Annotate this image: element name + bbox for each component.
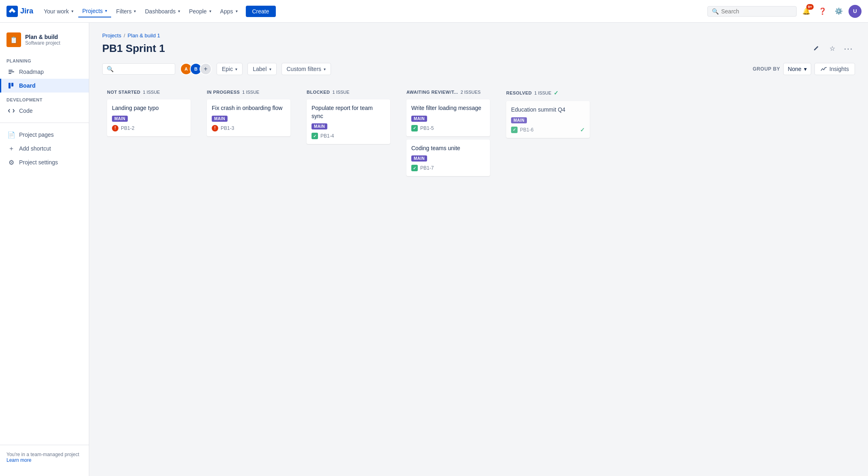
project-settings-label: Project settings (19, 159, 58, 166)
issue-card-pb1-6[interactable]: Education summit Q4 MAIN ✓ PB1-6 ✓ (506, 101, 590, 138)
topnav-your-work[interactable]: Your work▾ (40, 6, 77, 17)
shortcut-icon: ＋ (8, 145, 15, 152)
project-type: Software project (25, 40, 60, 46)
sidebar-item-code[interactable]: Code (0, 104, 89, 118)
star-button[interactable]: ☆ (826, 42, 839, 55)
search-icon: 🔍 (712, 8, 719, 15)
sidebar-item-add-shortcut[interactable]: ＋ Add shortcut (0, 142, 89, 155)
sidebar-item-project-settings[interactable]: ⚙ Project settings (0, 155, 89, 169)
add-person-button[interactable]: + (200, 63, 212, 75)
custom-filters-button[interactable]: Custom filters ▾ (281, 63, 331, 75)
user-avatar[interactable]: U (849, 5, 862, 18)
column-header-resolved: RESOLVED 1 ISSUE ✓ (506, 90, 590, 96)
chevron-down-icon: ▾ (178, 9, 180, 13)
search-input[interactable] (721, 8, 792, 15)
development-label: DEVELOPMENT (0, 93, 89, 104)
bug-icon: ! (212, 125, 218, 131)
issue-card-pb1-4[interactable]: Populate report for team sync MAIN ✓ PB1… (307, 99, 390, 144)
issue-id: PB1-3 (221, 125, 234, 131)
column-title: BLOCKED (307, 90, 330, 95)
issue-meta: MAIN (212, 116, 286, 122)
issue-card-pb1-3[interactable]: Fix crash in onboarding flow MAIN ! PB1-… (207, 99, 290, 136)
column-header-not-started: NOT STARTED 1 ISSUE (107, 90, 191, 95)
issue-title: Education summit Q4 (511, 106, 585, 114)
page-header: PB1 Sprint 1 ☆ ··· (102, 42, 855, 55)
topnav-projects[interactable]: Projects▾ (78, 5, 112, 17)
sidebar-item-board[interactable]: Board (0, 79, 89, 93)
group-by-select[interactable]: None ▾ (783, 63, 811, 75)
issue-id: PB1-2 (121, 125, 134, 131)
settings-icon: ⚙ (8, 159, 15, 166)
project-name: Plan & build (25, 34, 60, 40)
column-not-started: NOT STARTED 1 ISSUE Landing page typo MA… (102, 85, 196, 144)
breadcrumb: Projects / Plan & build 1 (102, 32, 855, 39)
chevron-down-icon: ▾ (324, 67, 326, 71)
topnav-dashboards[interactable]: Dashboards▾ (141, 6, 184, 17)
issue-card-pb1-2[interactable]: Landing page typo MAIN ! PB1-2 (107, 99, 191, 136)
epic-badge: MAIN (411, 155, 427, 162)
issue-id: PB1-6 (520, 127, 533, 133)
issue-id: PB1-4 (320, 133, 334, 139)
epic-badge: MAIN (212, 116, 228, 122)
add-shortcut-label: Add shortcut (19, 145, 51, 152)
topnav-people[interactable]: People▾ (185, 6, 215, 17)
notifications-button[interactable]: 🔔 9+ (800, 5, 813, 18)
board-icon (8, 82, 15, 89)
sidebar-bottom: You're in a team-managed project Learn m… (0, 445, 89, 470)
issue-id: PB1-7 (420, 165, 434, 171)
issue-title: Write filter loading message (411, 104, 485, 112)
topnav-filters[interactable]: Filters▾ (112, 6, 140, 17)
sidebar-divider (0, 123, 89, 123)
chevron-down-icon: ▾ (209, 9, 211, 13)
epic-filter-label: Epic (222, 66, 233, 72)
chevron-down-icon: ▾ (804, 66, 807, 72)
topnav-apps[interactable]: Apps▾ (216, 6, 242, 17)
breadcrumb-projects[interactable]: Projects (102, 32, 121, 39)
issue-card-pb1-7[interactable]: Coding teams unite MAIN ✓ PB1-7 (406, 140, 490, 177)
insights-button[interactable]: Insights (814, 63, 855, 75)
column-header-blocked: BLOCKED 1 ISSUE (307, 90, 390, 95)
story-icon: ✓ (411, 165, 418, 171)
sidebar-item-roadmap[interactable]: Roadmap (0, 65, 89, 79)
more-icon: ··· (844, 44, 853, 53)
create-button[interactable]: Create (246, 6, 276, 17)
breadcrumb-project[interactable]: Plan & build 1 (128, 32, 160, 39)
column-count: 1 ISSUE (242, 90, 259, 95)
issue-card-pb1-5[interactable]: Write filter loading message MAIN ✓ PB1-… (406, 99, 490, 136)
group-by-value: None (788, 66, 801, 72)
settings-button[interactable]: ⚙️ (832, 5, 845, 18)
board-search-input[interactable] (116, 66, 171, 72)
custom-filters-label: Custom filters (287, 66, 322, 72)
issue-id: PB1-5 (420, 125, 434, 131)
board-columns: NOT STARTED 1 ISSUE Landing page typo MA… (102, 85, 855, 184)
more-button[interactable]: ··· (842, 42, 855, 55)
epic-badge: MAIN (112, 116, 128, 122)
story-icon: ✓ (511, 127, 518, 133)
notification-badge: 9+ (806, 4, 814, 10)
chevron-down-icon: ▾ (105, 9, 107, 13)
label-filter-button[interactable]: Label ▾ (247, 63, 276, 75)
code-icon (8, 107, 15, 114)
project-pages-label: Project pages (19, 131, 54, 138)
learn-more-link[interactable]: Learn more (6, 457, 31, 463)
epic-badge: MAIN (411, 116, 427, 122)
sidebar-project-header: 📋 Plan & build Software project (0, 29, 89, 54)
insights-icon (821, 66, 827, 72)
sidebar-item-project-pages[interactable]: 📄 Project pages (0, 128, 89, 142)
jira-logo[interactable]: Jira (6, 6, 33, 17)
epic-badge: MAIN (312, 123, 327, 129)
svg-rect-2 (9, 73, 11, 74)
column-title: NOT STARTED (107, 90, 140, 95)
issue-meta: MAIN (312, 123, 385, 129)
svg-rect-4 (11, 83, 13, 86)
chevron-down-icon: ▾ (235, 67, 237, 71)
page-title: PB1 Sprint 1 (102, 42, 165, 55)
board-search-box[interactable]: 🔍 (102, 63, 175, 75)
help-button[interactable]: ❓ (816, 5, 829, 18)
edit-button[interactable] (810, 42, 823, 55)
epic-filter-button[interactable]: Epic ▾ (217, 63, 243, 75)
search-box[interactable]: 🔍 (707, 6, 797, 17)
issue-id-row: ✓ PB1-7 (411, 165, 485, 171)
toolbar-right: GROUP BY None ▾ Insights (753, 63, 855, 75)
board-toolbar: 🔍 A B + Epic ▾ Label ▾ Custom filters ▾ (102, 63, 855, 75)
